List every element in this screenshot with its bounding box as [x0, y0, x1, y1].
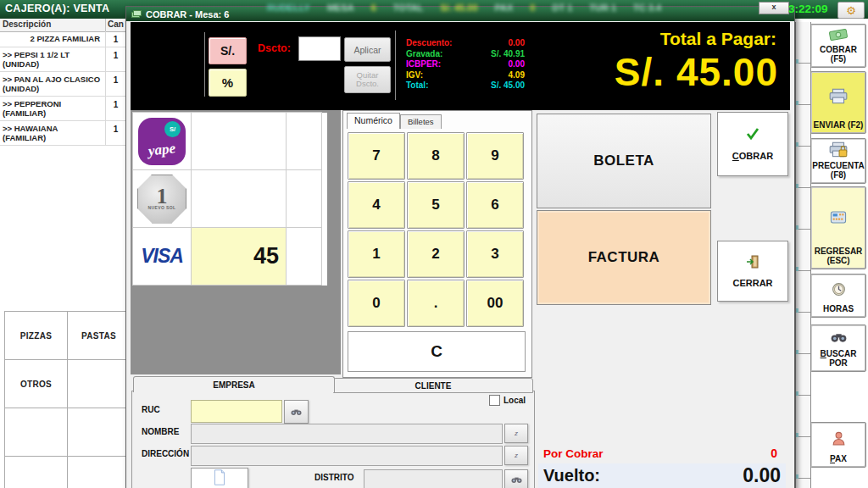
order-row[interactable]: >> PEPSI 1 1/2 LT (UNIDAD)1: [0, 47, 125, 72]
order-row[interactable]: >> PEPPERONI (FAMILIAR)1: [0, 97, 125, 121]
category-button-empty[interactable]: [67, 359, 131, 408]
factura-button[interactable]: FACTURA: [537, 210, 711, 305]
order-row[interactable]: 2 PIZZA FAMILIAR1: [0, 31, 125, 47]
sidebar-button-label: REGRESAR (ESC): [811, 247, 865, 269]
tab-cliente[interactable]: CLIENTE: [333, 378, 533, 393]
total-to-pay-label: Total a Pagar:: [660, 29, 776, 49]
distrito-search-button[interactable]: [504, 469, 528, 488]
category-button-pastas[interactable]: PASTAS: [67, 311, 131, 360]
item-quantity: 1: [105, 47, 125, 71]
total-row-label: Total:: [406, 80, 428, 92]
ruc-input[interactable]: [191, 400, 282, 423]
strip-cell: [796, 271, 810, 313]
keypad-key-3[interactable]: 3: [466, 230, 524, 278]
yape-extra-cell[interactable]: [286, 112, 322, 170]
cash-cell[interactable]: 1 NUEVO SOL: [132, 169, 192, 228]
category-button-pizzas[interactable]: PIZZAS: [4, 311, 68, 360]
discount-input[interactable]: [298, 36, 341, 61]
keypad-key-7[interactable]: 7: [348, 132, 405, 180]
discount-percent-button[interactable]: %: [209, 69, 247, 97]
sidebar-button-precuenta-f8[interactable]: PRECUENTA (F8): [810, 138, 866, 184]
cerrar-button[interactable]: CERRAR: [717, 241, 788, 302]
tab-billetes[interactable]: Billetes: [400, 114, 442, 129]
edit-icon: z: [515, 430, 518, 437]
category-button-empty[interactable]: [4, 408, 68, 457]
strip-cell: [796, 22, 810, 64]
boleta-button[interactable]: BOLETA: [537, 114, 711, 208]
yape-cell[interactable]: S/ yape: [132, 112, 192, 170]
keypad-key-8[interactable]: 8: [407, 132, 465, 180]
new-document-button[interactable]: [191, 468, 248, 488]
item-quantity: 1: [105, 121, 125, 145]
order-table-header: Descripción Can: [0, 19, 125, 32]
keypad-key-6[interactable]: 6: [466, 181, 524, 229]
visa-cell[interactable]: VISA: [132, 227, 192, 286]
keypad-key-9[interactable]: 9: [466, 132, 524, 180]
order-row[interactable]: >> PAN AL AJO CLASICO (UNIDAD)1: [0, 72, 125, 97]
distrito-label: DISTRITO: [314, 473, 353, 482]
discount-soles-button[interactable]: S/.: [209, 37, 247, 64]
keypad-key-5[interactable]: 5: [407, 181, 465, 229]
yape-icon: S/ yape: [138, 118, 186, 165]
yape-amount-cell[interactable]: [191, 112, 287, 170]
keypad-key-4[interactable]: 4: [348, 181, 405, 229]
close-button[interactable]: x: [759, 2, 789, 14]
total-row-value: 4.09: [423, 70, 525, 81]
keypad-key-.[interactable]: .: [407, 280, 465, 327]
direccion-edit-button[interactable]: z: [504, 446, 528, 465]
total-row: Gravada:S/. 40.91: [406, 49, 525, 60]
category-button-empty[interactable]: [67, 408, 131, 457]
keypad-clear-key[interactable]: C: [348, 331, 526, 372]
discount-label: Dscto:: [258, 42, 291, 54]
coin-icon: 1 NUEVO SOL: [137, 175, 186, 224]
sidebar-button-pax[interactable]: PAX: [810, 422, 866, 468]
sidebar-button-enviar-f2[interactable]: ENVIAR (F2): [810, 71, 866, 134]
category-button-otros[interactable]: OTROS: [4, 359, 68, 408]
category-button-empty[interactable]: [4, 456, 68, 488]
sidebar-button-horas[interactable]: HORAS: [810, 274, 866, 318]
cobrar-button[interactable]: COBRAR: [717, 112, 788, 176]
direccion-input[interactable]: [191, 446, 503, 466]
cash-amount-cell[interactable]: [191, 169, 287, 228]
sidebar-button-cobrar-f5[interactable]: COBRAR (F5): [810, 24, 866, 68]
ruc-search-button[interactable]: [284, 400, 309, 424]
keypad-key-1[interactable]: 1: [348, 230, 405, 278]
category-button-empty[interactable]: [67, 456, 131, 488]
dialog-title-bar[interactable]: COBRAR - Mesa: 6: [126, 7, 794, 21]
tab-empresa[interactable]: EMPRESA: [133, 376, 335, 392]
total-row: Total:S/. 45.00: [406, 80, 525, 92]
visa-extra-cell[interactable]: [286, 227, 322, 286]
sidebar-button-label: COBRAR (F5): [811, 45, 865, 67]
divider: [395, 30, 396, 100]
yape-bubble: S/: [164, 121, 181, 137]
keypad-key-2[interactable]: 2: [407, 230, 465, 278]
column-can: Can: [105, 19, 125, 31]
strip-cell: [796, 230, 810, 271]
keypad-tabs: Numérico Billetes: [347, 113, 442, 129]
total-row: IGV:4.09: [406, 70, 525, 81]
local-label: Local: [504, 396, 526, 405]
por-cobrar-value: 0: [720, 446, 777, 460]
local-checkbox[interactable]: [489, 395, 500, 406]
nombre-input[interactable]: [191, 424, 503, 444]
local-checkbox-row: Local: [489, 395, 526, 406]
distrito-input[interactable]: [364, 469, 503, 488]
apply-discount-button[interactable]: Aplicar: [344, 37, 391, 62]
tab-numerico[interactable]: Numérico: [347, 113, 400, 129]
column-descripcion: Descripción: [0, 19, 105, 31]
item-description: >> PAN AL AJO CLASICO (UNIDAD): [0, 72, 105, 96]
total-row-label: ICBPER:: [406, 59, 441, 70]
nombre-edit-button[interactable]: z: [504, 424, 528, 443]
cash-extra-cell[interactable]: [286, 169, 322, 228]
calculator-icon: [830, 211, 847, 224]
visa-amount-cell[interactable]: 45: [191, 227, 287, 286]
sidebar-button-buscar-por[interactable]: BUSCAR POR: [810, 324, 866, 372]
keypad-key-0[interactable]: 0: [348, 280, 405, 327]
remove-discount-button[interactable]: Quitar Dscto.: [344, 66, 391, 93]
order-row[interactable]: >> HAWAIANA (FAMILIAR)1: [0, 121, 125, 146]
nombre-label: NOMBRE: [142, 427, 179, 436]
sidebar-button-regresar-esc[interactable]: REGRESAR (ESC): [810, 186, 866, 269]
keypad-key-00[interactable]: 00: [466, 280, 524, 327]
settings-button[interactable]: ⚙: [837, 2, 865, 19]
total-row: ICBPER:0.00: [406, 59, 525, 70]
